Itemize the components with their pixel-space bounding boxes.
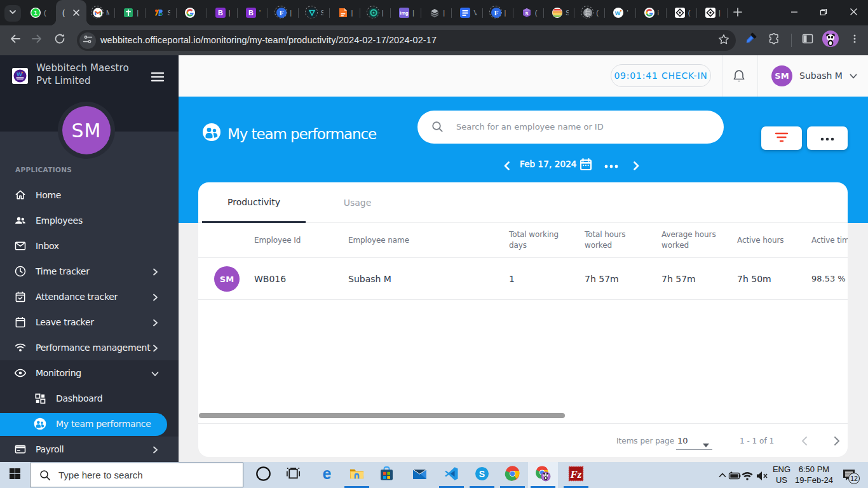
- sidebar-avatar[interactable]: SM: [62, 106, 111, 154]
- search-input[interactable]: [456, 111, 698, 143]
- browser-menu-button[interactable]: [846, 31, 864, 49]
- browser-tab[interactable]: (: [668, 0, 699, 25]
- sidebar-item-monitoring[interactable]: Monitoring: [0, 360, 179, 386]
- calendar-button[interactable]: [579, 158, 593, 172]
- user-menu-chevron[interactable]: [849, 71, 858, 80]
- url-text[interactable]: webbitech.officeportal.io/monitoring/my-…: [100, 30, 437, 51]
- site-info-button[interactable]: [79, 32, 96, 49]
- task-view-button[interactable]: [278, 462, 308, 488]
- browser-tab[interactable]: F|: [270, 0, 301, 25]
- chrome-icon: [505, 466, 520, 484]
- taskbar-clock[interactable]: 6:50 PM 19-Feb-24: [791, 464, 837, 485]
- sidebar-item-inbox[interactable]: Inbox: [0, 233, 179, 259]
- browser-tab[interactable]: w': [607, 0, 637, 25]
- sidebar-toggle-button[interactable]: [150, 69, 165, 85]
- next-page-button[interactable]: [830, 435, 843, 447]
- more-options-button[interactable]: [807, 126, 848, 150]
- colorpicker-extension-button[interactable]: [742, 31, 759, 49]
- reload-button[interactable]: [51, 31, 69, 49]
- browser-tab[interactable]: |: [332, 0, 362, 25]
- sidebar-item-time-tracker[interactable]: Time tracker: [0, 259, 179, 284]
- sidebar-item-my-team-performance[interactable]: My team performance: [0, 411, 179, 437]
- chevron-right-icon: [151, 445, 159, 454]
- sidebar-item-performance-management[interactable]: Performance management: [0, 335, 179, 360]
- tab-title-sliver: (: [535, 8, 538, 18]
- browser-tab[interactable]: S: [546, 0, 576, 25]
- profile-button[interactable]: [822, 31, 839, 49]
- column-header: Active hours: [737, 223, 802, 257]
- previous-page-button[interactable]: [799, 435, 811, 447]
- taskbar-app-folder[interactable]: [342, 462, 372, 488]
- xb-favicon: [154, 8, 164, 18]
- next-day-button[interactable]: [631, 161, 641, 171]
- browser-tab[interactable]: B|: [209, 0, 240, 25]
- browser-tab[interactable]: F|: [485, 0, 515, 25]
- window-minimize-button[interactable]: [780, 0, 809, 25]
- sidebar-item-attendance-tracker[interactable]: Attendance tracker: [0, 284, 179, 309]
- sidebar-item-dashboard[interactable]: Dashboard: [0, 386, 179, 411]
- window-restore-button[interactable]: [809, 0, 838, 25]
- volume-muted-icon[interactable]: [756, 471, 768, 482]
- battery-icon[interactable]: [728, 471, 742, 482]
- taskbar-app-mailapp[interactable]: [405, 462, 435, 488]
- sidebar-item-employees[interactable]: Employees: [0, 208, 179, 233]
- tab-search-button[interactable]: [4, 5, 21, 22]
- start-button[interactable]: [0, 462, 30, 488]
- browser-tab[interactable]: M: [86, 0, 117, 25]
- back-button[interactable]: [6, 31, 24, 49]
- clock-icon: [14, 265, 27, 278]
- browser-tab[interactable]: |: [699, 0, 729, 25]
- browser-tab[interactable]: S: [147, 0, 178, 25]
- forward-button[interactable]: [28, 31, 46, 49]
- window-close-button[interactable]: [839, 0, 868, 25]
- globe-favicon: [583, 8, 593, 18]
- filter-button[interactable]: [761, 126, 802, 150]
- checkin-button[interactable]: 09:01:41 CHECK-IN: [611, 64, 711, 87]
- taskbar-app-skype[interactable]: S: [467, 462, 497, 488]
- browser-tab[interactable]: (: [576, 0, 607, 25]
- browser-tab-active[interactable]: (: [56, 0, 86, 25]
- taskbar-search[interactable]: Type here to search: [30, 463, 243, 487]
- taskbar-app-filezilla[interactable]: Fz: [561, 462, 591, 488]
- browser-tab[interactable]: i: [638, 0, 668, 25]
- wifi-icon[interactable]: [741, 471, 754, 482]
- page-size-select[interactable]: 10: [677, 436, 688, 445]
- close-icon[interactable]: [71, 8, 81, 18]
- taskbar-app-chrome[interactable]: [498, 462, 527, 488]
- date-label[interactable]: Feb 17, 2024: [520, 159, 577, 169]
- sidebar-item-home[interactable]: Home: [0, 182, 179, 208]
- sidebar-item-payroll[interactable]: Payroll: [0, 437, 179, 462]
- address-bar[interactable]: webbitech.officeportal.io/monitoring/my-…: [77, 30, 736, 51]
- notifications-button[interactable]: [731, 69, 747, 84]
- side-panel-button[interactable]: [799, 31, 817, 49]
- cortana-button[interactable]: [248, 462, 278, 488]
- browser-tab[interactable]: V: [454, 0, 484, 25]
- browser-tab[interactable]: |: [423, 0, 454, 25]
- previous-day-button[interactable]: [502, 161, 512, 171]
- browser-tab[interactable]: |: [362, 0, 393, 25]
- taskbar-app-store[interactable]: [372, 462, 402, 488]
- date-more-button[interactable]: [603, 161, 620, 168]
- browser-tab[interactable]: |: [117, 0, 147, 25]
- new-tab-button[interactable]: [729, 5, 746, 22]
- browser-tab[interactable]: S(: [515, 0, 546, 25]
- taskbar-app-chromepanda[interactable]: [528, 462, 558, 488]
- browser-tab[interactable]: S: [301, 0, 331, 25]
- browser-tab[interactable]: img|: [393, 0, 423, 25]
- tab-usage[interactable]: Usage: [306, 182, 409, 223]
- browser-tab[interactable]: B': [240, 0, 270, 25]
- browser-tab[interactable]: [179, 0, 209, 25]
- taskbar-app-vscode[interactable]: [437, 462, 466, 488]
- language-indicator[interactable]: ENG US: [769, 464, 794, 485]
- bookmark-button[interactable]: [715, 32, 732, 49]
- user-name[interactable]: Subash M: [799, 71, 843, 81]
- user-avatar[interactable]: SM: [771, 65, 792, 86]
- sidebar-item-label: Monitoring: [36, 368, 81, 378]
- tab-productivity[interactable]: Productivity: [202, 182, 306, 223]
- horizontal-scrollbar[interactable]: [199, 413, 565, 418]
- extensions-button[interactable]: [765, 31, 783, 49]
- taskbar-app-edge[interactable]: e: [312, 462, 342, 488]
- select-arrow-icon[interactable]: [703, 438, 709, 442]
- sidebar-item-leave-tracker[interactable]: Leave tracker: [0, 309, 179, 335]
- table-row[interactable]: SM WB016Subash M17h 57m7h 57m7h 50m98.53…: [198, 258, 848, 300]
